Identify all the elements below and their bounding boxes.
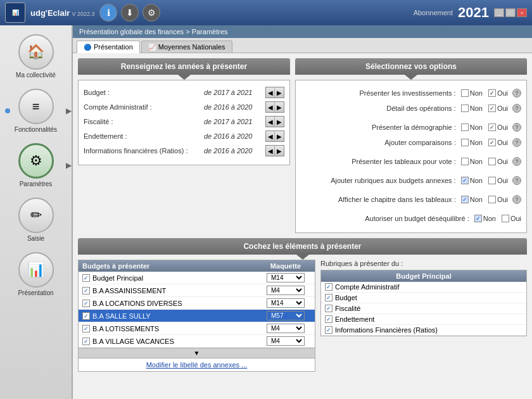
checkbox-oui-demographie[interactable] xyxy=(488,124,496,131)
maquette-select-4[interactable]: M4 xyxy=(267,324,305,333)
ratios-arrow-left[interactable]: ◀ xyxy=(266,146,275,156)
maquette-select-5[interactable]: M4 xyxy=(267,336,305,346)
info-icon[interactable]: ℹ xyxy=(99,4,117,22)
app-logo: 📊 xyxy=(5,3,25,23)
budget-maquette-1: M4 xyxy=(260,286,311,295)
sidebar-item-collectivite[interactable]: 🏠 Ma collectivité xyxy=(0,30,72,82)
rubrique-row-3: Endettement xyxy=(321,314,526,325)
budget-row-2: B.A LOCATIONS DIVERSES M14 xyxy=(79,297,315,310)
budget-row-0: Budget Principal M14 xyxy=(79,272,315,284)
tab-moyennes[interactable]: 📈 Moyennes Nationales xyxy=(141,41,232,53)
checkbox-non-investissements[interactable] xyxy=(461,89,469,97)
ratios-arrow-right[interactable]: ▶ xyxy=(275,146,284,156)
config-icon[interactable]: ⚙ xyxy=(142,4,160,22)
checkbox-non-comparaisons[interactable] xyxy=(461,139,469,146)
help-chapitre[interactable]: ? xyxy=(512,195,521,204)
help-vote[interactable]: ? xyxy=(512,157,521,166)
non-detail: Non xyxy=(461,104,483,112)
budget-cb-0[interactable] xyxy=(82,274,90,282)
checkbox-oui-detail[interactable] xyxy=(488,104,496,112)
checkbox-non-rubriques-annexes[interactable] xyxy=(461,177,469,184)
title-bar: 📊 udg'Eclair V 2022.3 ℹ ⬇ ⚙ Abonnement 2… xyxy=(0,0,532,25)
help-comparaisons[interactable]: ? xyxy=(512,138,521,147)
maximize-button[interactable]: □ xyxy=(505,8,516,17)
modify-button[interactable]: Modifier le libellé des annexes ... xyxy=(146,361,248,369)
checkbox-oui-vote[interactable] xyxy=(488,158,496,165)
checkbox-non-vote[interactable] xyxy=(461,158,469,165)
rubrique-cb-2[interactable] xyxy=(325,305,332,312)
endettement-arrows[interactable]: ◀ ▶ xyxy=(265,130,284,142)
fiscalite-arrow-left[interactable]: ◀ xyxy=(266,117,275,127)
help-detail[interactable]: ? xyxy=(512,104,521,113)
checkbox-non-desequilibre[interactable] xyxy=(474,215,482,222)
checkbox-non-demographie[interactable] xyxy=(461,124,469,131)
oui-label-vote: Oui xyxy=(497,158,508,165)
fiscalite-arrow-right[interactable]: ▶ xyxy=(275,117,284,127)
opt-label-rubriques-annexes: Ajouter rubriques aux budgets annexes : xyxy=(301,177,461,184)
rubrique-cb-4[interactable] xyxy=(325,326,332,334)
scroll-down-arrow[interactable]: ▼ xyxy=(79,348,315,358)
opt-label-desequilibre: Autoriser un budget déséquilibré : xyxy=(301,215,474,222)
checkbox-oui-rubriques-annexes[interactable] xyxy=(488,177,496,184)
budget-row-3[interactable]: B.A SALLE SULLY M57 xyxy=(79,310,315,322)
non-demographie: Non xyxy=(461,124,483,131)
rubriques-panel: Budget Principal Compte Administratif Bu… xyxy=(320,270,527,336)
oui-rubriques-annexes: Oui xyxy=(488,177,508,184)
opt-row-detail: Détail des opérations : Non Oui ? xyxy=(301,102,521,115)
checkbox-oui-desequilibre[interactable] xyxy=(502,215,509,222)
budget-cb-2[interactable] xyxy=(82,300,90,307)
checkbox-oui-chapitre[interactable] xyxy=(488,196,496,203)
help-demographie[interactable]: ? xyxy=(512,123,521,132)
endettement-arrow-left[interactable]: ◀ xyxy=(266,131,275,141)
rubrique-cb-1[interactable] xyxy=(325,294,332,301)
sidebar-item-parametres[interactable]: ⚙ Paramètres ▶ xyxy=(0,139,72,191)
budget-arrows[interactable]: ◀ ▶ xyxy=(265,87,284,98)
ca-arrow-left[interactable]: ◀ xyxy=(266,102,275,112)
checkbox-non-chapitre[interactable] xyxy=(461,196,469,203)
budget-cb-3[interactable] xyxy=(82,312,90,320)
ca-arrow-right[interactable]: ▶ xyxy=(275,102,284,112)
budgets-col-name-header: Budgets à présenter xyxy=(82,262,260,270)
rubrique-cb-3[interactable] xyxy=(325,315,332,323)
help-rubriques-annexes[interactable]: ? xyxy=(512,176,521,185)
maquette-select-3[interactable]: M57 xyxy=(267,311,305,320)
non-label-detail: Non xyxy=(470,104,483,112)
opt-row-rubriques-annexes: Ajouter rubriques aux budgets annexes : … xyxy=(301,174,521,187)
ca-arrows[interactable]: ◀ ▶ xyxy=(265,101,284,113)
sidebar-arrow-parametres-icon: ▶ xyxy=(66,161,72,170)
ratios-arrows[interactable]: ◀ ▶ xyxy=(265,145,284,156)
budget-cb-4[interactable] xyxy=(82,325,90,332)
budget-row-4: B.A LOTISSEMENTS M4 xyxy=(79,322,315,335)
budget-cb-1[interactable] xyxy=(82,287,90,294)
help-investissements[interactable]: ? xyxy=(512,89,521,98)
maquette-select-0[interactable]: M14 xyxy=(267,273,305,282)
checkbox-oui-investissements[interactable] xyxy=(488,89,496,97)
download-icon[interactable]: ⬇ xyxy=(121,4,139,22)
sidebar-item-presentation[interactable]: 📊 Présentation xyxy=(0,248,72,300)
minimize-button[interactable]: _ xyxy=(494,8,504,17)
budget-arrow-left[interactable]: ◀ xyxy=(266,87,275,98)
maquette-select-2[interactable]: M14 xyxy=(267,298,305,308)
checkbox-oui-comparaisons[interactable] xyxy=(488,139,496,146)
maquette-select-1[interactable]: M4 xyxy=(267,286,305,295)
years-panel: Renseignez les années à présenter Budget… xyxy=(78,58,290,233)
budget-arrow-right[interactable]: ▶ xyxy=(275,87,284,98)
checkbox-non-detail[interactable] xyxy=(461,104,469,112)
endettement-arrow-right[interactable]: ▶ xyxy=(275,131,284,141)
rubrique-row-1: Budget xyxy=(321,293,526,303)
top-panels: Renseignez les années à présenter Budget… xyxy=(73,53,532,238)
sidebar-label-parametres: Paramètres xyxy=(20,180,53,187)
endettement-label: Endettement : xyxy=(84,132,204,140)
budget-name-0: Budget Principal xyxy=(92,274,260,282)
budget-cb-5[interactable] xyxy=(82,338,90,345)
tab-presentation[interactable]: 🔵 Présentation xyxy=(77,41,140,53)
budget-maquette-5: M4 xyxy=(260,336,311,346)
sidebar: 🏠 Ma collectivité ≡ Fonctionnalités ▶ ⚙ … xyxy=(0,25,73,399)
sidebar-item-saisie[interactable]: ✏ Saisie xyxy=(0,194,72,246)
rubrique-cb-0[interactable] xyxy=(325,283,332,291)
fiscalite-arrows[interactable]: ◀ ▶ xyxy=(265,116,284,127)
sidebar-item-fonctionnalites[interactable]: ≡ Fonctionnalités ▶ xyxy=(0,85,72,137)
close-button[interactable]: × xyxy=(517,8,527,17)
saisie-icon: ✏ xyxy=(18,198,54,233)
app-name: udg'Eclair xyxy=(30,8,70,18)
